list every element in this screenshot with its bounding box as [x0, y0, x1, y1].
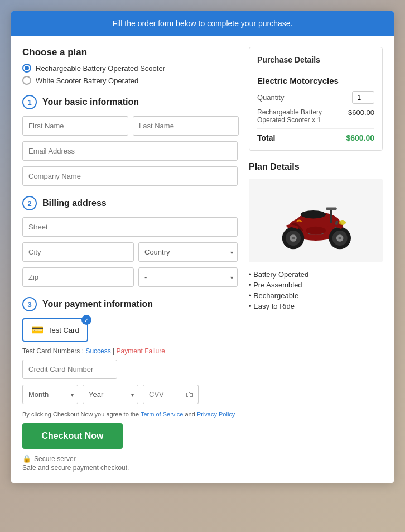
plan-rechargeable-label: Rechargeable Battery Operated Scooter [36, 64, 165, 73]
feature-2: Pre Assembled [249, 281, 383, 289]
quantity-row: Quantity [257, 91, 374, 104]
plan-features-list: Battery Operated Pre Assembled Rechargea… [249, 270, 383, 310]
feature-1: Battery Operated [249, 270, 383, 279]
choose-plan-section: Choose a plan Rechargeable Battery Opera… [22, 47, 238, 85]
cvv-card-icon: 🗂 [185, 390, 194, 400]
city-country-row: Country ▾ [22, 242, 238, 262]
purchase-details: Purchase Details Electric Motorcycles Qu… [249, 47, 383, 151]
email-row [22, 141, 238, 161]
test-card-info: Test Card Numbers : Success | Payment Fa… [22, 347, 238, 355]
card-label: Test Card [48, 326, 79, 334]
feature-3: Rechargeable [249, 291, 383, 300]
state-select[interactable]: - [138, 267, 238, 287]
step2-label: Billing address [42, 198, 107, 208]
privacy-link[interactable]: Privacy Policy [197, 411, 235, 418]
item-row: Rechargeable Battery Operated Scooter x … [257, 108, 374, 124]
feature-4: Easy to Ride [249, 302, 383, 310]
step3-circle: 3 [22, 297, 37, 311]
company-row [22, 166, 238, 186]
zip-state-row: - ▾ [22, 267, 238, 287]
card-selected-checkmark: ✓ [81, 315, 91, 325]
plan-option-white[interactable]: White Scooter Battery Operated [22, 76, 238, 85]
svg-point-15 [306, 227, 326, 234]
top-banner: Fill the order form below to complete yo… [11, 11, 394, 36]
step1-label: Your basic information [42, 97, 139, 107]
step1-circle: 1 [22, 95, 37, 109]
checkout-button[interactable]: Checkout Now [22, 423, 123, 449]
secure-label: Secure server [34, 455, 76, 463]
failure-link[interactable]: Payment Failure [117, 347, 165, 355]
step3-header: 3 Your payment information [22, 297, 238, 311]
svg-point-1 [301, 210, 326, 218]
cc-number-input[interactable] [22, 360, 117, 379]
radio-white[interactable] [22, 76, 31, 85]
test-card-prefix: Test Card Numbers : [22, 347, 85, 355]
country-select[interactable]: Country [138, 242, 238, 262]
step3-label: Your payment information [42, 299, 153, 309]
radio-rechargeable[interactable] [22, 64, 31, 73]
street-input[interactable] [22, 217, 238, 237]
tos-link[interactable]: Term of Service [141, 411, 183, 418]
page-wrapper: Fill the order form below to complete yo… [11, 11, 394, 483]
cvv-wrapper: 🗂 [143, 385, 199, 404]
svg-point-8 [339, 237, 341, 239]
secure-row: 🔒 Secure server [22, 454, 238, 463]
year-select[interactable]: Year 2024202520262027 [83, 385, 138, 404]
banner-text: Fill the order form below to complete yo… [113, 19, 293, 28]
total-label: Total [257, 133, 275, 142]
plan-white-label: White Scooter Battery Operated [36, 76, 138, 85]
terms-before: By clicking Checkout Now you agree to th… [22, 411, 141, 418]
month-select[interactable]: Month 01020304 05060708 09101112 [22, 385, 78, 404]
item-label: Rechargeable Battery Operated Scooter x … [257, 108, 330, 124]
total-price: $600.00 [346, 133, 374, 142]
quantity-input[interactable] [352, 91, 374, 104]
email-input[interactable] [22, 141, 238, 161]
secure-info: 🔒 Secure server Safe and secure payment … [22, 454, 238, 472]
month-wrapper: Month 01020304 05060708 09101112 ▾ [22, 385, 78, 404]
scooter-image [249, 179, 383, 262]
choose-plan-title: Choose a plan [22, 47, 238, 58]
terms-text: By clicking Checkout Now you agree to th… [22, 411, 238, 418]
country-wrapper: Country ▾ [138, 242, 238, 262]
last-name-input[interactable] [133, 116, 239, 136]
step2-circle: 2 [22, 196, 37, 210]
success-link[interactable]: Success [85, 347, 110, 355]
product-name: Electric Motorcycles [257, 76, 374, 85]
scooter-svg [266, 184, 366, 257]
lock-icon: 🔒 [22, 454, 31, 463]
test-card-option[interactable]: 💳 Test Card ✓ [22, 318, 88, 342]
first-name-input[interactable] [22, 116, 128, 136]
right-panel: Purchase Details Electric Motorcycles Qu… [249, 47, 383, 472]
svg-rect-3 [326, 208, 337, 210]
svg-point-13 [339, 220, 346, 225]
secure-subtext: Safe and secure payment checkout. [22, 464, 129, 472]
state-wrapper: - ▾ [138, 267, 238, 287]
svg-rect-2 [330, 208, 332, 223]
zip-input[interactable] [22, 267, 134, 287]
city-input[interactable] [22, 242, 134, 262]
plan-details-title: Plan Details [249, 162, 383, 172]
terms-middle: and [185, 411, 196, 418]
step1-header: 1 Your basic information [22, 95, 238, 109]
plan-details-section: Plan Details [249, 162, 383, 310]
month-year-cvv-row: Month 01020304 05060708 09101112 ▾ Year … [22, 385, 238, 404]
main-content: Choose a plan Rechargeable Battery Opera… [11, 36, 394, 483]
company-input[interactable] [22, 166, 238, 186]
plan-option-rechargeable[interactable]: Rechargeable Battery Operated Scooter [22, 64, 238, 73]
item-price: $600.00 [348, 108, 374, 124]
step2-header: 2 Billing address [22, 196, 238, 210]
svg-point-12 [292, 237, 295, 239]
cc-number-row [22, 360, 238, 379]
left-panel: Choose a plan Rechargeable Battery Opera… [22, 47, 238, 472]
quantity-label: Quantity [257, 93, 284, 102]
purchase-details-title: Purchase Details [257, 55, 374, 70]
credit-card-icon: 💳 [31, 324, 44, 336]
year-wrapper: Year 2024202520262027 ▾ [83, 385, 138, 404]
total-row: Total $600.00 [257, 128, 374, 142]
name-row [22, 116, 238, 136]
secure-subtext-row: Safe and secure payment checkout. [22, 464, 238, 472]
street-row [22, 217, 238, 237]
